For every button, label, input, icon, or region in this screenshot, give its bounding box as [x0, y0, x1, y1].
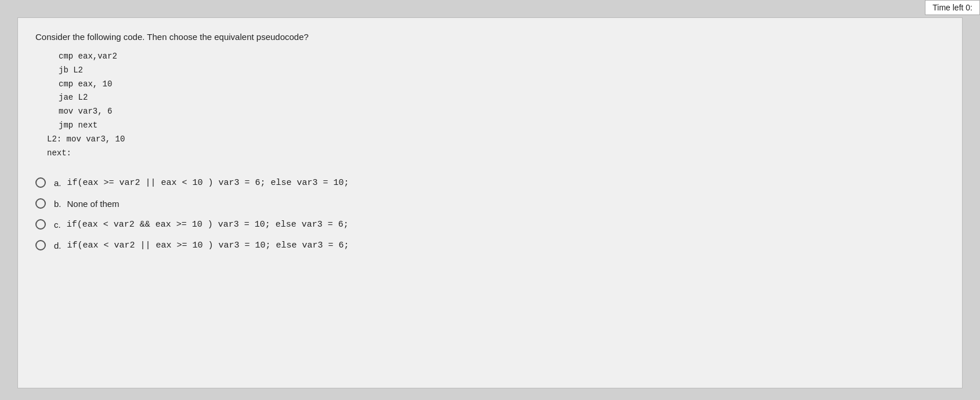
code-block: cmp eax,var2 jb L2 cmp eax, 10 jae L2 mo… [47, 50, 945, 160]
answer-row-c: c. if(eax < var2 && eax >= 10 ) var3 = 1… [35, 219, 945, 230]
answer-label-b: b. [54, 199, 62, 209]
answer-label-c: c. [54, 220, 61, 230]
answers-container: a. if(eax >= var2 || eax < 10 ) var3 = 6… [35, 177, 945, 250]
code-line-8: next: [47, 147, 945, 161]
timer-display: Time left 0: [925, 0, 980, 15]
answer-text-a: if(eax >= var2 || eax < 10 ) var3 = 6; e… [67, 178, 349, 188]
radio-b[interactable] [35, 198, 46, 209]
answer-label-d: d. [54, 241, 62, 250]
answer-label-a: a. [54, 178, 62, 188]
question-text: Consider the following code. Then choose… [35, 32, 945, 42]
code-line-1: cmp eax,var2 [59, 50, 945, 64]
main-container: Consider the following code. Then choose… [17, 17, 963, 388]
code-line-2: jb L2 [59, 64, 945, 78]
answer-text-b: None of them [67, 199, 120, 209]
timer-label: Time left 0: [932, 3, 972, 12]
code-line-3: cmp eax, 10 [59, 78, 945, 92]
code-line-5: mov var3, 6 [59, 105, 945, 119]
answer-row-a: a. if(eax >= var2 || eax < 10 ) var3 = 6… [35, 177, 945, 188]
code-line-6: jmp next [59, 119, 945, 133]
radio-d[interactable] [35, 240, 46, 250]
answer-text-d: if(eax < var2 || eax >= 10 ) var3 = 10; … [67, 241, 349, 250]
radio-c[interactable] [35, 219, 46, 230]
answer-row-d: d. if(eax < var2 || eax >= 10 ) var3 = 1… [35, 240, 945, 250]
answer-text-c: if(eax < var2 && eax >= 10 ) var3 = 10; … [67, 220, 349, 230]
code-line-7: L2: mov var3, 10 [47, 133, 945, 147]
radio-a[interactable] [35, 177, 46, 188]
answer-row-b: b. None of them [35, 198, 945, 209]
code-line-4: jae L2 [59, 91, 945, 105]
